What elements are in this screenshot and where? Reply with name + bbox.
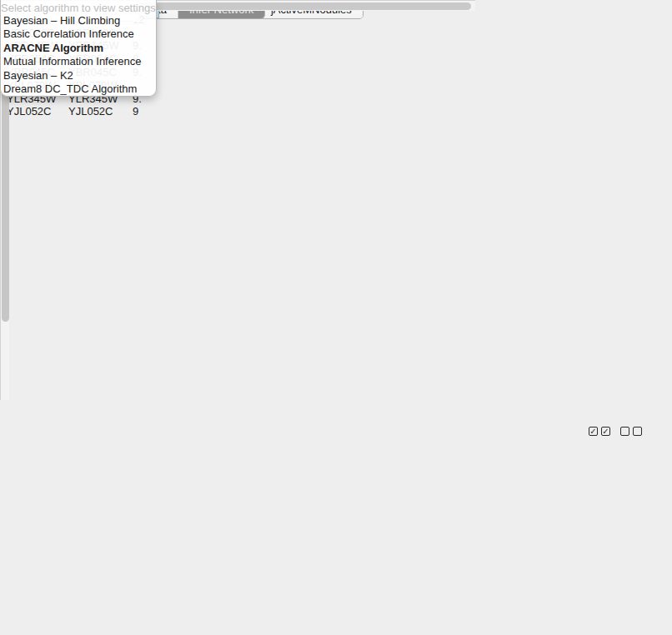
algorithm-option[interactable]: ARACNE Algorithm — [1, 42, 156, 55]
algorithm-dropdown-placeholder: Select algorithm to view settings — [1, 0, 156, 14]
algorithm-option[interactable]: Bayesian – Hill Climbing — [1, 14, 156, 28]
table-cell: 9 — [126, 105, 159, 118]
algorithm-option[interactable]: Basic Correlation Inference — [1, 28, 156, 41]
table-cell: YJL052C — [0, 105, 62, 118]
algorithm-option[interactable]: Dream8 DC_TDC Algorithm — [1, 82, 156, 96]
algorithm-option[interactable]: Bayesian – K2 — [1, 69, 156, 82]
algorithm-dropdown-popup: Select algorithm to view settings Bayesi… — [0, 0, 157, 97]
algorithm-dropdown-list: Bayesian – Hill ClimbingBasic Correlatio… — [1, 14, 156, 96]
algorithm-option[interactable]: Mutual Information Inference — [1, 55, 156, 68]
deselect-all-checkbox-icon[interactable] — [633, 427, 642, 436]
select-all-checkbox-icon[interactable]: ✓ — [601, 427, 610, 436]
table-cell: YJL052C — [62, 105, 126, 118]
select-all-checkbox-icon[interactable]: ✓ — [589, 427, 598, 436]
table-row[interactable]: YJL052CYJL052C9 — [0, 105, 159, 118]
deselect-all-checkbox-icon[interactable] — [620, 427, 629, 436]
